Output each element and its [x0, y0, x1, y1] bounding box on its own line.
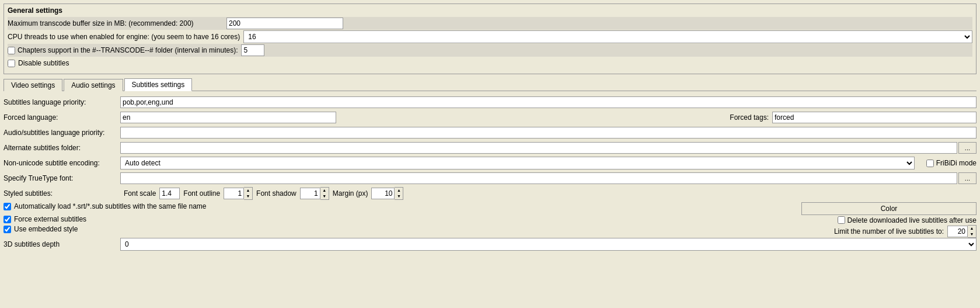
- force-external-right: Delete downloaded live subtitles after u…: [685, 215, 976, 225]
- limit-spinbox-buttons: ▲ ▼: [968, 225, 976, 238]
- chapters-checkbox[interactable]: [8, 47, 15, 54]
- alternate-folder-browse-button[interactable]: ...: [958, 142, 976, 154]
- fribidi-label: FriBiDi mode: [936, 159, 976, 167]
- forced-language-label: Forced language:: [4, 113, 120, 122]
- limit-down-button[interactable]: ▼: [968, 231, 976, 237]
- encoding-row: Non-unicode subtitle encoding: Auto dete…: [4, 157, 976, 169]
- margin-spinbox-buttons: ▲ ▼: [395, 187, 403, 200]
- font-outline-down-button[interactable]: ▼: [244, 193, 252, 199]
- font-shadow-down-button[interactable]: ▼: [320, 193, 329, 199]
- language-priority-input[interactable]: [120, 96, 976, 108]
- depth-3d-label: 3D subtitles depth: [4, 240, 120, 248]
- use-embedded-row: Use embedded style Limit the number of l…: [4, 225, 976, 238]
- use-embedded-checkbox-row: Use embedded style: [4, 225, 685, 233]
- language-priority-row: Subtitles language priority:: [4, 96, 976, 109]
- use-embedded-checkbox[interactable]: [4, 226, 11, 233]
- font-shadow-spinbox-buttons: ▲ ▼: [320, 187, 329, 200]
- subtitles-panel: Subtitles language priority: Forced lang…: [4, 96, 976, 251]
- limit-up-button[interactable]: ▲: [968, 226, 976, 231]
- cpu-threads-row: CPU threads to use when enabled for engi…: [8, 30, 972, 44]
- truetype-font-input-group: ...: [120, 172, 976, 184]
- forced-tags-label: Forced tags:: [726, 113, 772, 122]
- use-embedded-left: Use embedded style: [4, 225, 685, 238]
- font-outline-up-button[interactable]: ▲: [244, 188, 252, 193]
- force-external-row: Force external subtitles Delete download…: [4, 215, 976, 225]
- auto-load-right: Color: [685, 202, 976, 215]
- forced-language-input[interactable]: [120, 112, 336, 123]
- main-container: General settings Maximum transcode buffe…: [0, 0, 980, 308]
- audio-language-label: Audio/subtitles language priority:: [4, 129, 120, 137]
- font-scale-label: Font scale: [120, 189, 159, 198]
- force-external-label: Force external subtitles: [14, 215, 86, 223]
- force-external-checkbox[interactable]: [4, 216, 11, 223]
- margin-up-button[interactable]: ▲: [395, 188, 403, 193]
- transcode-buffer-label: Maximum transcode buffer size in MB: (re…: [8, 19, 226, 27]
- cpu-threads-label: CPU threads to use when enabled for engi…: [8, 33, 243, 41]
- truetype-font-input[interactable]: [120, 172, 957, 184]
- margin-input[interactable]: [371, 188, 395, 199]
- auto-load-checkbox-row: Automatically load *.srt/*.sub subtitles…: [4, 202, 685, 210]
- auto-load-label: Automatically load *.srt/*.sub subtitles…: [14, 202, 206, 210]
- tab-audio[interactable]: Audio settings: [64, 79, 123, 91]
- styled-subtitles-row: Styled subtitles: Font scale Font outlin…: [4, 187, 976, 200]
- audio-language-row: Audio/subtitles language priority:: [4, 126, 976, 139]
- font-shadow-spinbox: ▲ ▼: [300, 187, 329, 200]
- general-settings-title: General settings: [8, 6, 972, 15]
- margin-down-button[interactable]: ▼: [395, 193, 403, 199]
- styled-subtitles-label: Styled subtitles:: [4, 189, 120, 198]
- transcode-buffer-input[interactable]: [226, 18, 343, 29]
- transcode-buffer-row: Maximum transcode buffer size in MB: (re…: [8, 17, 972, 30]
- disable-subtitles-row: Disable subtitles: [8, 59, 972, 67]
- alternate-folder-input[interactable]: [120, 142, 957, 154]
- truetype-font-browse-button[interactable]: ...: [958, 172, 976, 184]
- font-outline-spinbox: ▲ ▼: [224, 187, 253, 200]
- disable-subtitles-checkbox[interactable]: [8, 60, 15, 67]
- limit-label: Limit the number of live subtitles to:: [834, 227, 944, 236]
- chapters-interval-input[interactable]: [241, 44, 264, 56]
- alternate-folder-label: Alternate subtitles folder:: [4, 144, 120, 152]
- margin-spinbox: ▲ ▼: [371, 187, 403, 200]
- font-outline-input[interactable]: [224, 188, 244, 199]
- font-shadow-input[interactable]: [300, 188, 320, 199]
- font-outline-spinbox-buttons: ▲ ▼: [244, 187, 253, 200]
- audio-language-input[interactable]: [120, 127, 976, 139]
- disable-subtitles-label: Disable subtitles: [18, 59, 69, 67]
- auto-load-row: Automatically load *.srt/*.sub subtitles…: [4, 202, 976, 215]
- font-shadow-label: Font shadow: [253, 189, 300, 198]
- font-outline-label: Font outline: [180, 189, 224, 198]
- alternate-folder-input-group: ...: [120, 142, 976, 154]
- auto-load-checkbox[interactable]: [4, 203, 11, 210]
- use-embedded-right: Limit the number of live subtitles to: ▲…: [685, 225, 976, 238]
- fribidi-checkbox[interactable]: [926, 160, 934, 167]
- alternate-folder-row: Alternate subtitles folder: ...: [4, 141, 976, 154]
- tabs-bar: Video settings Audio settings Subtitles …: [4, 78, 976, 91]
- cpu-threads-select[interactable]: 16: [243, 30, 972, 43]
- limit-input[interactable]: [947, 226, 968, 237]
- general-settings-group: General settings Maximum transcode buffe…: [4, 4, 976, 74]
- margin-label: Margin (px): [329, 189, 372, 198]
- truetype-font-label: Specify TrueType font:: [4, 174, 120, 182]
- force-external-left: Force external subtitles: [4, 215, 685, 225]
- language-priority-label: Subtitles language priority:: [4, 98, 120, 106]
- auto-load-left: Automatically load *.srt/*.sub subtitles…: [4, 202, 685, 215]
- encoding-select[interactable]: Auto detect: [120, 157, 915, 169]
- forced-tags-input[interactable]: [772, 112, 976, 123]
- depth-3d-select[interactable]: 0: [120, 238, 976, 251]
- font-scale-input[interactable]: [159, 188, 180, 199]
- forced-tags-section: Forced tags:: [336, 112, 976, 123]
- forced-language-row: Forced language: Forced tags:: [4, 111, 976, 124]
- use-embedded-label: Use embedded style: [14, 225, 78, 233]
- chapters-label: Chapters support in the #--TRANSCODE--# …: [8, 46, 241, 54]
- delete-live-checkbox[interactable]: [838, 216, 845, 224]
- tab-video[interactable]: Video settings: [4, 79, 62, 91]
- fribidi-section: FriBiDi mode: [915, 159, 976, 167]
- depth-3d-row: 3D subtitles depth 0: [4, 238, 976, 251]
- encoding-label: Non-unicode subtitle encoding:: [4, 159, 120, 167]
- font-shadow-up-button[interactable]: ▲: [320, 188, 329, 193]
- color-button[interactable]: Color: [801, 202, 976, 215]
- chapters-row: Chapters support in the #--TRANSCODE--# …: [8, 44, 972, 57]
- force-external-checkbox-row: Force external subtitles: [4, 215, 685, 223]
- tab-subtitles[interactable]: Subtitles settings: [124, 78, 193, 91]
- limit-spinbox: ▲ ▼: [947, 225, 976, 238]
- cpu-threads-select-wrapper: 16: [243, 30, 972, 43]
